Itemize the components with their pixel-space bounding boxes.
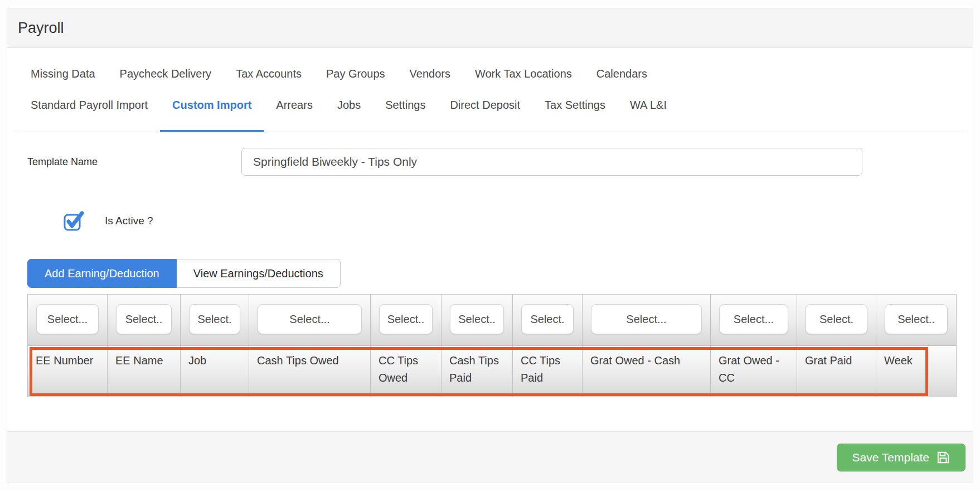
save-template-button[interactable]: Save Template xyxy=(837,444,966,471)
tab-direct-deposit[interactable]: Direct Deposit xyxy=(438,98,532,132)
tab-custom-import[interactable]: Custom Import xyxy=(160,98,264,132)
tab-row-1: Missing Data Paycheck Delivery Tax Accou… xyxy=(15,48,965,80)
column-select-dropdown[interactable]: Select... xyxy=(36,304,99,334)
mapped-column-header: CC Tips Owed xyxy=(371,346,442,397)
column-mapping-table: Select... Select.. Select. Select... Sel… xyxy=(27,294,957,397)
payroll-panel: Payroll Missing Data Paycheck Delivery T… xyxy=(7,8,973,483)
tab-missing-data[interactable]: Missing Data xyxy=(18,67,108,80)
column-select-dropdown[interactable]: Select.. xyxy=(116,304,172,334)
mapped-column-header: Job xyxy=(181,346,249,397)
column-select-dropdown[interactable]: Select... xyxy=(719,304,788,334)
column-select-dropdown[interactable]: Select.. xyxy=(379,304,433,334)
earnings-button-group: Add Earning/Deduction View Earnings/Dedu… xyxy=(27,259,341,288)
mapped-column-header: Grat Owed - CC xyxy=(711,346,797,397)
tab-standard-payroll-import[interactable]: Standard Payroll Import xyxy=(18,98,160,132)
tabs-container: Missing Data Paycheck Delivery Tax Accou… xyxy=(15,48,965,132)
is-active-row: Is Active ? xyxy=(64,211,973,231)
is-active-label: Is Active ? xyxy=(105,215,153,227)
column-select-dropdown[interactable]: Select. xyxy=(189,304,240,334)
panel-footer: Save Template xyxy=(7,431,973,483)
is-active-checkbox[interactable] xyxy=(64,211,86,231)
page-title: Payroll xyxy=(7,8,973,48)
tab-row-2: Standard Payroll Import Custom Import Ar… xyxy=(15,80,965,132)
floppy-disk-icon xyxy=(936,450,950,465)
column-select-dropdown[interactable]: Select... xyxy=(258,304,362,334)
view-earnings-deductions-button[interactable]: View Earnings/Deductions xyxy=(177,259,341,288)
add-earning-deduction-button[interactable]: Add Earning/Deduction xyxy=(27,259,177,288)
tab-vendors[interactable]: Vendors xyxy=(397,67,463,80)
column-select-dropdown[interactable]: Select.. xyxy=(450,304,504,334)
mapped-column-header: EE Number xyxy=(28,346,108,397)
tab-tax-settings[interactable]: Tax Settings xyxy=(532,98,618,132)
tab-wa-li[interactable]: WA L&I xyxy=(618,98,679,132)
tab-settings[interactable]: Settings xyxy=(373,98,438,132)
mapped-column-header: Week xyxy=(876,346,956,397)
template-name-label: Template Name xyxy=(27,156,241,168)
tab-pay-groups[interactable]: Pay Groups xyxy=(314,67,397,80)
column-select-dropdown[interactable]: Select.. xyxy=(885,304,948,334)
mapped-column-header: CC Tips Paid xyxy=(513,346,583,397)
mapped-column-header: Cash Tips Paid xyxy=(442,346,513,397)
save-template-label: Save Template xyxy=(852,451,929,464)
tab-arrears[interactable]: Arrears xyxy=(264,98,325,132)
mapped-column-header: Cash Tips Owed xyxy=(249,346,371,397)
template-name-row: Template Name xyxy=(27,148,862,176)
tab-work-tax-locations[interactable]: Work Tax Locations xyxy=(463,67,584,80)
mapped-columns-row: EE Number EE Name Job Cash Tips Owed CC … xyxy=(28,346,956,397)
column-select-dropdown[interactable]: Select... xyxy=(591,304,702,334)
tab-tax-accounts[interactable]: Tax Accounts xyxy=(224,67,314,80)
tab-paycheck-delivery[interactable]: Paycheck Delivery xyxy=(108,67,224,80)
column-select-dropdown[interactable]: Select. xyxy=(521,304,574,334)
tab-calendars[interactable]: Calendars xyxy=(584,67,659,80)
template-name-input[interactable] xyxy=(241,148,862,176)
mapped-column-header: EE Name xyxy=(108,346,181,397)
select-row: Select... Select.. Select. Select... Sel… xyxy=(28,295,956,346)
column-select-dropdown[interactable]: Select. xyxy=(806,304,867,334)
mapped-column-header: Grat Paid xyxy=(797,346,876,397)
tab-jobs[interactable]: Jobs xyxy=(325,98,373,132)
mapped-column-header: Grat Owed - Cash xyxy=(583,346,711,397)
